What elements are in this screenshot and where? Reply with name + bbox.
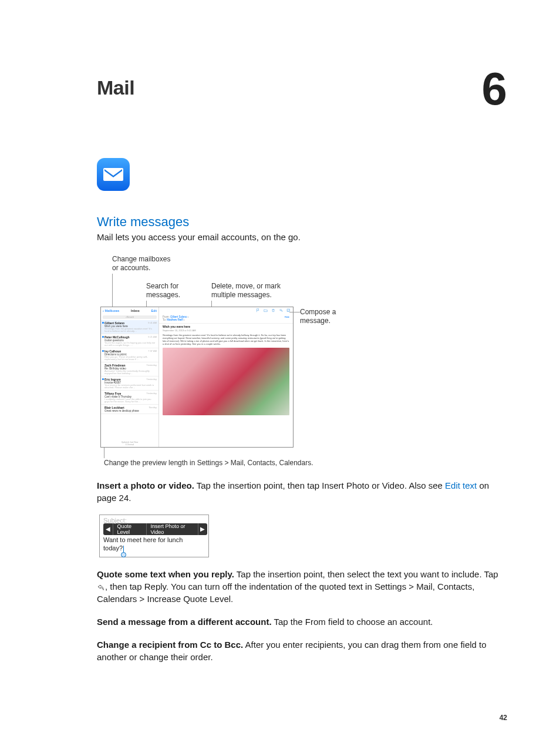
quote-level-button[interactable]: Quote Level <box>113 523 146 535</box>
unread-dot <box>102 336 104 338</box>
insert-photo-paragraph: Insert a photo or video. Tap the inserti… <box>97 479 507 504</box>
text-cursor <box>123 546 124 553</box>
updated-status: Updated Just Now 6 Unread <box>101 441 158 447</box>
chapter-title: Mail <box>97 76 134 99</box>
message-list-item[interactable]: Gilbert Solano9:41 AMWish you were hereG… <box>101 320 158 334</box>
callout-change-mailboxes: Change mailboxes or accounts. <box>112 255 177 273</box>
insert-photo-video-button[interactable]: Insert Photo or Video <box>146 523 197 535</box>
mail-screenshot-figure: Change mailboxes or accounts. Search for… <box>100 255 429 468</box>
trash-icon[interactable] <box>271 308 275 312</box>
chapter-number: 6 <box>482 73 507 105</box>
message-list-item[interactable]: Blair LockhartSundayGreat news re deskto… <box>101 405 158 414</box>
mail-app-icon <box>97 158 130 191</box>
callout-compose: Compose a message. <box>300 308 353 326</box>
page-number: 42 <box>500 714 507 722</box>
content-toolbar <box>159 307 293 314</box>
message-list-item[interactable]: Ivy Calhoun7:37 AMDirections to picnicHe… <box>101 348 158 362</box>
message-header: From: Gilbert Solano › Hide To: Matthew … <box>159 314 293 324</box>
subject-label: Subject: <box>100 515 208 524</box>
edit-button[interactable]: Edit <box>151 309 157 312</box>
hide-button[interactable]: Hide <box>285 315 289 318</box>
figure1-top-callouts: Change mailboxes or accounts. Search for… <box>100 255 429 307</box>
chapter-header: Mail 6 <box>97 76 507 105</box>
edit-text-link[interactable]: Edit text <box>445 480 477 490</box>
callout-search: Search for messages. <box>146 282 199 300</box>
message-list-item[interactable]: Peter McCullough9:21 AMGuitar questionsY… <box>101 334 158 348</box>
unread-dot <box>102 378 104 380</box>
quote-text-paragraph: Quote some text when you reply. Tap the … <box>97 568 507 605</box>
section-lead: Mail lets you access your email accounts… <box>97 232 507 242</box>
unread-dot <box>102 350 104 352</box>
callout-preview-length: Change the preview length in Settings > … <box>104 458 429 468</box>
menu-left-arrow[interactable]: ◀ <box>103 526 113 532</box>
insert-photo-popup-figure: Subject: ◀ Quote Level Insert Photo or V… <box>99 515 209 557</box>
message-subject: Wish you were here <box>159 324 293 329</box>
section-heading: Write messages <box>97 214 507 230</box>
unread-dot <box>102 322 104 324</box>
mail-content-pane: From: Gilbert Solano › Hide To: Matthew … <box>159 307 293 447</box>
message-list-item[interactable]: Zach FriedmanYesterdayRe: Birthday video… <box>101 362 158 376</box>
folder-icon[interactable] <box>264 308 268 312</box>
reply-icon[interactable] <box>279 308 283 312</box>
inbox-title: Inbox <box>131 309 140 312</box>
message-list[interactable]: Gilbert Solano9:41 AMWish you were hereG… <box>101 320 158 441</box>
message-list-item[interactable]: Eric IngrumYesterdayInvoice #2087Your in… <box>101 376 158 391</box>
message-list-item[interactable]: Tiffany FryeYesterdayCan't make it Thurs… <box>101 391 158 405</box>
different-account-paragraph: Send a message from a different account.… <box>97 616 507 628</box>
search-bar[interactable]: ⌕ Search <box>103 315 157 319</box>
back-mailboxes-button[interactable]: ‹ Mailboxes <box>103 309 119 312</box>
sidebar-toolbar: ‹ Mailboxes Inbox Edit <box>101 307 158 314</box>
draft-line-2: today? <box>100 543 208 557</box>
draft-line-1: Want to meet here for lunch <box>100 535 208 543</box>
menu-right-arrow[interactable]: ▶ <box>198 526 207 532</box>
cc-bcc-paragraph: Change a recipient from Cc to Bcc. After… <box>97 638 507 663</box>
text-menu-popup: ◀ Quote Level Insert Photo or Video ▶ <box>103 523 207 535</box>
flag-icon[interactable] <box>256 308 260 312</box>
message-photo <box>163 348 289 415</box>
reply-icon-inline <box>97 581 105 589</box>
to-name[interactable]: Matthew Reiff <box>167 318 183 321</box>
message-date: September 10, 2013 at 9:41 AM <box>159 329 293 334</box>
message-body: Greetings from the greatest vacation eve… <box>159 334 293 345</box>
callout-delete-move: Delete, move, or mark multiple messages. <box>211 282 299 300</box>
mail-sidebar: ‹ Mailboxes Inbox Edit ⌕ Search Gilbert … <box>101 307 159 447</box>
mail-ipad-screenshot: ‹ Mailboxes Inbox Edit ⌕ Search Gilbert … <box>100 307 294 448</box>
